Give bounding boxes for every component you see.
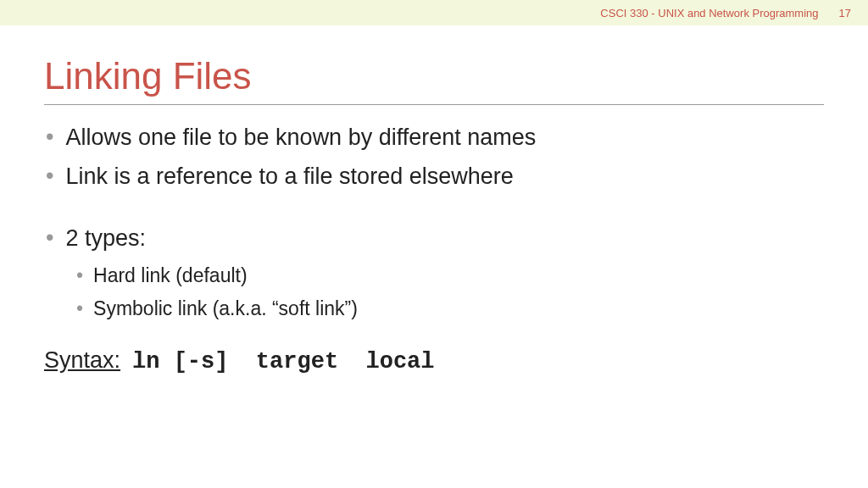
bullet-text: 2 types: bbox=[65, 223, 146, 253]
syntax-code: ln [-s] target local bbox=[132, 349, 434, 374]
sub-bullet-text: Symbolic link (a.k.a. “soft link”) bbox=[93, 295, 358, 322]
sub-bullet-list: • Hard link (default) • Symbolic link (a… bbox=[76, 262, 824, 321]
bullet-text: Allows one file to be known by different… bbox=[65, 122, 536, 152]
bullet-icon: • bbox=[76, 262, 83, 289]
slide-content: Linking Files • Allows one file to be kn… bbox=[0, 25, 868, 374]
bullet-text: Link is a reference to a file stored els… bbox=[65, 161, 513, 191]
main-bullet-list: • Allows one file to be known by differe… bbox=[44, 122, 824, 192]
syntax-row: Syntax: ln [-s] target local bbox=[44, 347, 824, 374]
bullet-icon: • bbox=[76, 295, 83, 322]
bullet-item: • Allows one file to be known by differe… bbox=[44, 122, 824, 152]
sub-bullet-item: • Hard link (default) bbox=[76, 262, 824, 289]
slide-header: CSCI 330 - UNIX and Network Programming … bbox=[0, 0, 868, 25]
page-number: 17 bbox=[839, 7, 851, 19]
bullet-item: • Link is a reference to a file stored e… bbox=[44, 161, 824, 191]
sub-bullet-item: • Symbolic link (a.k.a. “soft link”) bbox=[76, 295, 824, 322]
sub-bullet-text: Hard link (default) bbox=[93, 262, 248, 289]
bullet-icon: • bbox=[46, 161, 53, 191]
syntax-label: Syntax: bbox=[44, 347, 120, 374]
bullet-item: • 2 types: bbox=[44, 223, 824, 253]
bullet-icon: • bbox=[46, 223, 53, 252]
course-label: CSCI 330 - UNIX and Network Programming bbox=[600, 7, 818, 19]
types-bullet-list: • 2 types: bbox=[44, 223, 824, 253]
title-divider bbox=[44, 104, 824, 105]
spacer bbox=[44, 201, 824, 223]
slide-title: Linking Files bbox=[44, 55, 824, 97]
bullet-icon: • bbox=[46, 122, 53, 152]
